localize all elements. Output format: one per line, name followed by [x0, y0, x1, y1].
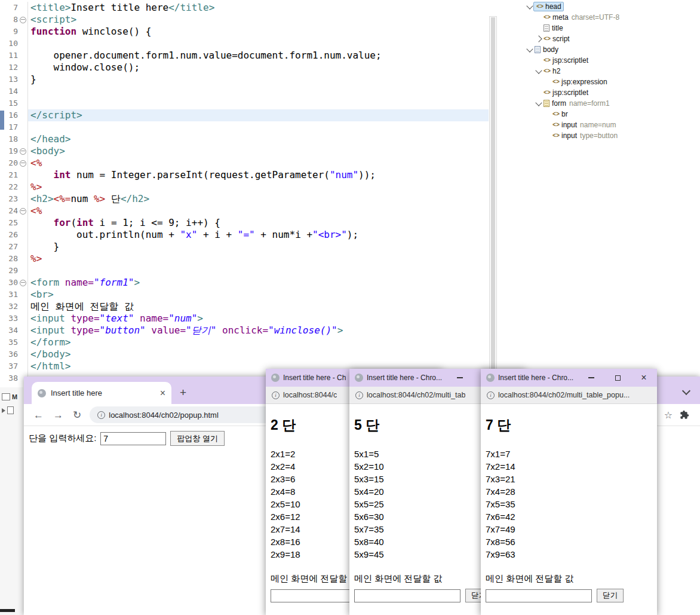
code-text[interactable]: </body> [28, 348, 489, 360]
code-token: num = Integer.parseInt(request.getParame… [70, 169, 329, 180]
code-text[interactable]: <script> [28, 14, 489, 26]
collapse-arrow-icon[interactable] [526, 45, 533, 52]
footer-label: 메인 화면에 전달할 값 [486, 573, 652, 585]
code-text[interactable]: function winclose() { [28, 26, 489, 38]
expand-arrow-icon[interactable] [535, 35, 542, 42]
dan-number-input[interactable] [100, 432, 166, 445]
forward-button[interactable]: → [53, 410, 63, 420]
back-button[interactable]: ← [33, 410, 44, 420]
code-text[interactable]: <% [28, 205, 489, 217]
code-text[interactable] [28, 38, 489, 50]
fold-gutter [18, 121, 28, 133]
line-number: 9 [0, 26, 18, 38]
code-text[interactable]: int num = Integer.parseInt(request.getPa… [28, 169, 489, 181]
editor-scrollbar[interactable] [489, 16, 497, 374]
code-text[interactable]: for(int i = 1; i <= 9; i++) { [28, 217, 489, 229]
collapse-arrow-icon[interactable] [526, 2, 533, 9]
outline-item-br[interactable]: <>br [523, 109, 700, 120]
popup-address-bar[interactable]: ilocalhost:8044/ch02/multi_table_popu... [481, 387, 657, 404]
outline-panel: <>head<>metacharset=UTF-8title<>scriptbo… [523, 1, 700, 368]
code-text[interactable] [28, 265, 489, 277]
code-text[interactable]: <input type="text" name="num"> [28, 313, 489, 325]
code-token: "닫기" [186, 325, 216, 336]
outline-item-jsp-scriptlet[interactable]: <>jsp:scriptlet [523, 87, 700, 98]
fold-collapse-icon[interactable] [20, 160, 26, 167]
code-text[interactable]: <form name="form1"> [28, 277, 489, 289]
outline-item-jsp-scriptlet[interactable]: <>jsp:scriptlet [523, 55, 700, 66]
document-view-icon[interactable] [7, 406, 14, 414]
code-text[interactable]: out.println(num + "x" + i + "=" + num*i … [28, 229, 489, 241]
outline-item-jsp-expression[interactable]: <>jsp:expression [523, 77, 700, 87]
minimized-view-outline[interactable] [2, 406, 23, 414]
tab-close-icon[interactable]: × [160, 388, 165, 398]
num-input[interactable] [354, 589, 460, 602]
minimized-view-markers[interactable]: M [2, 393, 23, 400]
code-text[interactable]: <input type="button" value="닫기" onclick=… [28, 325, 489, 336]
code-text[interactable]: } [28, 241, 489, 253]
code-token: name= [134, 313, 168, 324]
code-token: "num" [330, 169, 358, 180]
code-text[interactable]: <% [28, 157, 489, 169]
code-text[interactable]: </form> [28, 336, 489, 348]
reload-button[interactable]: ↻ [73, 410, 81, 420]
collapse-arrow-icon[interactable] [535, 99, 542, 106]
code-text[interactable]: %> [28, 253, 489, 265]
outline-item-h2[interactable]: <>h2 [523, 66, 700, 77]
open-popup-button[interactable]: 팝업창 열기 [170, 431, 225, 446]
code-text[interactable]: window.close(); [28, 62, 489, 74]
code-line: 8<script> [0, 14, 489, 26]
fold-collapse-icon[interactable] [20, 17, 26, 23]
outline-item-meta[interactable]: <>metacharset=UTF-8 [523, 12, 700, 23]
outline-attr: charset=UTF-8 [572, 13, 619, 22]
outline-item-body[interactable]: body [523, 44, 700, 55]
code-text[interactable] [28, 85, 489, 97]
minimize-button[interactable] [578, 369, 604, 387]
outline-item-title[interactable]: title [523, 23, 700, 33]
outline-item-input[interactable]: <>inputname=num [523, 120, 700, 130]
code-token: <% [30, 157, 42, 169]
minimize-button[interactable] [447, 369, 473, 387]
scrollbar-thumb[interactable] [491, 17, 495, 371]
code-text[interactable]: <body> [28, 145, 489, 157]
code-line: 18</head> [0, 133, 489, 145]
code-text[interactable]: </head> [28, 133, 489, 145]
site-info-icon[interactable]: i [97, 411, 105, 419]
code-editor[interactable]: 7<title>Insert title here</title>8<scrip… [0, 0, 489, 384]
code-text[interactable]: opener.document.form1.num.value=document… [28, 50, 489, 62]
code-line: 10 [0, 38, 489, 50]
restore-view-icon[interactable] [2, 393, 10, 400]
close-popup-button[interactable]: 닫기 [597, 589, 624, 602]
code-text[interactable]: </script> [28, 109, 489, 121]
expand-triangle-icon[interactable] [2, 408, 5, 413]
outline-item-input[interactable]: <>inputtype=button [523, 130, 700, 141]
tab-list-chevron-icon[interactable] [682, 387, 690, 395]
code-text[interactable]: } [28, 74, 489, 85]
code-text[interactable] [28, 97, 489, 109]
outline-item-form[interactable]: formname=form1 [523, 98, 700, 109]
code-token: for [54, 217, 71, 228]
code-line: 27 } [0, 241, 489, 253]
num-input[interactable] [486, 589, 592, 602]
collapse-arrow-icon[interactable] [535, 67, 542, 74]
bookmark-star-icon[interactable]: ☆ [664, 409, 673, 421]
code-text[interactable]: <title>Insert title here</title> [28, 2, 489, 14]
maximize-button[interactable] [604, 369, 631, 387]
new-tab-button[interactable]: + [180, 387, 186, 398]
code-text[interactable] [28, 121, 489, 133]
code-text[interactable]: <h2><%=num %> 단</h2> [28, 193, 489, 205]
outline-label: meta [552, 13, 569, 22]
fold-gutter [18, 181, 28, 193]
fold-collapse-icon[interactable] [20, 208, 26, 215]
extensions-icon[interactable] [680, 410, 689, 420]
close-button[interactable]: × [631, 369, 657, 387]
fold-collapse-icon[interactable] [20, 148, 26, 155]
code-token: + num*i + [255, 229, 312, 240]
fold-collapse-icon[interactable] [20, 280, 26, 286]
browser-tab[interactable]: Insert title here × [32, 382, 171, 404]
code-text[interactable]: <br> [28, 289, 489, 301]
code-text[interactable]: 메인 화면에 전달할 값 [28, 301, 489, 313]
outline-item-script[interactable]: <>script [523, 33, 700, 44]
code-line: 20<% [0, 157, 489, 169]
outline-item-head[interactable]: <>head [523, 1, 700, 12]
code-text[interactable]: %> [28, 181, 489, 193]
